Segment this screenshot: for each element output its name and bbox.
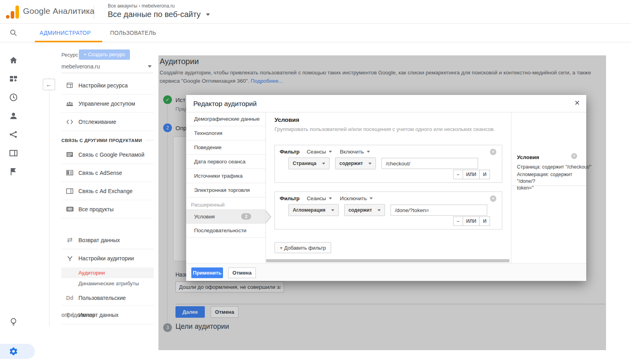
description-text: Создайте аудитории, чтобы привлекать пол…	[160, 70, 591, 84]
create-resource-button[interactable]: + Создать ресурс	[79, 49, 130, 60]
insights-icon[interactable]	[9, 317, 18, 326]
conditions-summary: Условия Страница: содержит "/checkout/" …	[517, 154, 581, 191]
sidebar-item-dynamic-attributes[interactable]: Динамические атрибуты	[61, 278, 154, 289]
dimension-dropdown[interactable]: Страница	[288, 157, 330, 169]
resource-selector[interactable]: mebelverona.ru	[61, 61, 153, 73]
app-name: Google Аналитика	[23, 6, 95, 16]
cancel-button[interactable]: Отмена	[211, 306, 238, 318]
and-button[interactable]: И	[479, 216, 490, 226]
scope-dropdown[interactable]: Сеансы	[307, 149, 332, 155]
operator-dropdown[interactable]: содержит	[335, 157, 376, 169]
plus-icon: +	[84, 51, 87, 57]
realtime-icon[interactable]	[9, 93, 18, 102]
modal-title: Редактор аудиторий	[193, 100, 257, 108]
summary-panel-border	[511, 112, 511, 263]
sidebar-item-google-ads-link[interactable]: Связь с Google Рекламой	[61, 146, 154, 164]
close-icon[interactable]: ✕	[574, 99, 580, 107]
sidebar-item-tracking[interactable]: Отслеживание	[61, 113, 154, 131]
condition-value-input[interactable]	[391, 205, 487, 216]
property-settings-icon	[65, 82, 75, 89]
menu-item-sequences[interactable]: Последовательности	[186, 224, 265, 238]
remove-summary-icon[interactable]: ✕	[571, 153, 577, 159]
next-button[interactable]: Далее	[175, 306, 205, 318]
dd-icon: Dd	[65, 295, 75, 301]
mode-dropdown[interactable]: Исключить	[340, 195, 373, 201]
and-button[interactable]: И	[479, 170, 490, 179]
menu-item-technology[interactable]: Технология	[186, 126, 265, 140]
filter-card-include: Фильтр Сеансы Включить ✕ Страница содерж…	[275, 145, 502, 183]
apply-button[interactable]: Применить	[191, 267, 223, 278]
dimension-dropdown[interactable]: Агломерация	[288, 204, 339, 216]
remove-condition-button[interactable]: –	[453, 216, 463, 226]
sidebar-item-all-products[interactable]: Все продукты	[61, 200, 154, 218]
step1-subtitle: Пред	[175, 106, 187, 112]
menu-border	[265, 112, 266, 263]
modal-cancel-button[interactable]: Отмена	[228, 267, 256, 278]
step3-number: 3	[163, 323, 172, 332]
learn-more-link[interactable]: Подробнее...	[251, 78, 283, 84]
back-button[interactable]: ←	[43, 79, 55, 90]
menu-item-behavior[interactable]: Поведение	[186, 140, 265, 155]
mode-dropdown[interactable]: Включить	[340, 149, 370, 155]
admin-gear-icon[interactable]	[9, 347, 18, 356]
active-tab-underline	[35, 41, 102, 42]
divider	[175, 304, 605, 304]
sidebar-item-user-management[interactable]: Управление доступом	[61, 95, 154, 113]
sidebar-item-audience-settings[interactable]: Настройки аудитории	[61, 249, 154, 267]
breadcrumb: Все аккаунты › mebelverona.ru	[108, 3, 175, 9]
tab-user[interactable]: ПОЛЬЗОВАТЕЛЬ	[110, 24, 156, 42]
conditions-heading: Условия	[275, 116, 299, 123]
condition-value-input[interactable]	[381, 158, 478, 169]
scope-value: Сеансы	[307, 195, 326, 201]
operator-dropdown[interactable]: содержит	[344, 204, 385, 216]
sidebar-item-adsense-link[interactable]: Связь с AdSense	[61, 164, 154, 182]
breadcrumb-account: mebelverona.ru	[141, 3, 174, 9]
sidebar-item-ad-exchange-link[interactable]: Связь с Ad Exchange	[61, 182, 154, 200]
menu-item-traffic-sources[interactable]: Источники трафика	[186, 169, 265, 183]
user-management-icon	[65, 100, 75, 107]
remove-filter-icon[interactable]: ✕	[490, 149, 496, 155]
filter-label: Фильтр	[280, 149, 299, 155]
menu-item-label: Условия	[194, 214, 215, 220]
section-label: СВЯЗЬ С ДРУГИМИ ПРОДУКТАМИ	[61, 138, 142, 143]
sidebar-item-audiences[interactable]: Аудитории	[61, 267, 154, 278]
remove-condition-button[interactable]: –	[453, 170, 463, 179]
chevron-down-icon	[331, 209, 334, 213]
resource-selector-value: mebelverona.ru	[61, 63, 100, 70]
remove-filter-icon[interactable]: ✕	[490, 195, 496, 202]
filter-card-exclude: Фильтр Сеансы Исключить ✕ Агломерация со…	[275, 191, 502, 229]
or-button[interactable]: ИЛИ	[463, 216, 480, 226]
sidebar-item-custom-definitions[interactable]: Dd Пользовательские	[61, 290, 154, 305]
view-selector[interactable]: Все данные по веб-сайту	[108, 10, 210, 19]
horizontal-scrollbar[interactable]	[266, 259, 509, 262]
menu-item-conditions[interactable]: Условия 2	[186, 209, 265, 224]
scope-dropdown[interactable]: Сеансы	[307, 195, 332, 201]
sidebar-item-data-import[interactable]: определения Dd Импорт данных	[61, 305, 154, 324]
view-selector-label: Все данные по веб-сайту	[108, 10, 201, 19]
menu-item-demographics[interactable]: Демографические данные	[186, 112, 265, 126]
conversions-icon[interactable]	[9, 167, 18, 176]
google-analytics-logo	[6, 5, 20, 19]
acquisition-icon[interactable]	[9, 130, 18, 139]
menu-item-ecommerce[interactable]: Электронная торговля	[186, 183, 265, 197]
sidebar-item-property-settings[interactable]: Настройки ресурса	[61, 76, 154, 95]
customization-icon[interactable]	[9, 74, 18, 83]
app-header: Google Аналитика Все аккаунты › mebelver…	[0, 0, 631, 24]
audience-icon[interactable]	[9, 111, 18, 121]
search-icon[interactable]	[10, 29, 17, 37]
sidebar-item-postbacks[interactable]: ⇄ Возврат данных	[61, 231, 154, 249]
behavior-icon[interactable]	[9, 148, 18, 158]
conditions-count-badge: 2	[241, 213, 251, 220]
tab-administrator[interactable]: АДМИНИСТРАТОР	[40, 24, 91, 42]
hierarchy-line	[49, 78, 50, 327]
sidebar-item-label: Связь с Google Рекламой	[78, 152, 144, 158]
audience-settings-icon	[65, 255, 75, 262]
operator-value: содержит	[349, 207, 372, 213]
modal-footer: Применить Отмена	[186, 263, 586, 281]
home-icon[interactable]	[9, 55, 18, 65]
add-filter-button[interactable]: + Добавить фильтр	[275, 242, 331, 253]
admin-sidebar: Ресурс + Создать ресурс mebelverona.ru ←…	[36, 42, 158, 364]
menu-item-first-session-date[interactable]: Дата первого сеанса	[186, 155, 265, 169]
audience-name-input[interactable]	[175, 281, 284, 292]
or-button[interactable]: ИЛИ	[463, 170, 480, 179]
